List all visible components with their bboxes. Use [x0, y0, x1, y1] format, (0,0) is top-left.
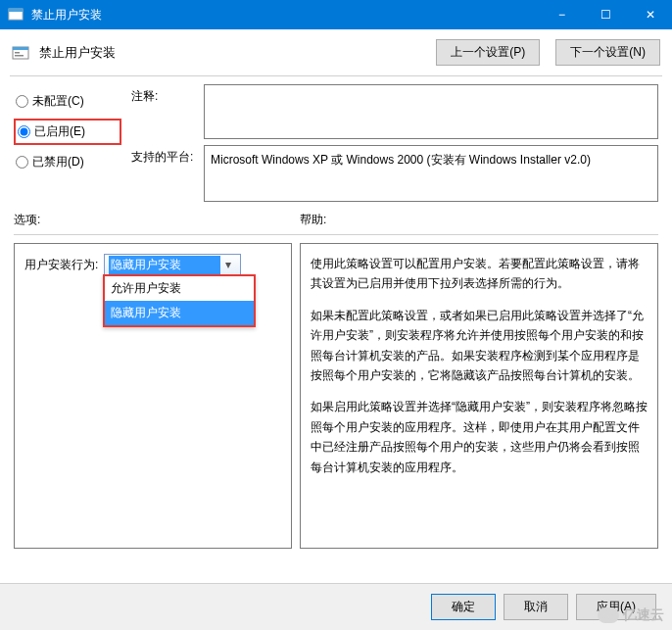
app-icon: [8, 7, 24, 23]
cloud-icon: [598, 607, 619, 623]
policy-icon: [12, 44, 29, 62]
svg-rect-4: [15, 52, 20, 54]
radio-enabled[interactable]: 已启用(E): [14, 119, 121, 145]
help-paragraph: 如果未配置此策略设置，或者如果已启用此策略设置并选择了“允许用户安装”，则安装程…: [311, 306, 648, 386]
window-title: 禁止用户安装: [31, 7, 540, 24]
close-button[interactable]: ✕: [628, 0, 672, 29]
radio-not-configured-label: 未配置(C): [32, 93, 84, 110]
svg-rect-1: [9, 9, 23, 12]
svg-rect-5: [15, 55, 24, 57]
options-panel: 用户安装行为: 隐藏用户安装 ▾ 允许用户安装 隐藏用户安装: [14, 243, 292, 549]
options-section-label: 选项:: [14, 213, 40, 226]
help-paragraph: 使用此策略设置可以配置用户安装。若要配置此策略设置，请将其设置为已启用并使用下拉…: [311, 254, 648, 294]
titlebar: 禁止用户安装 − ☐ ✕: [0, 0, 672, 29]
ok-button[interactable]: 确定: [431, 594, 496, 620]
state-radio-group: 未配置(C) 已启用(E) 已禁用(D): [14, 84, 121, 202]
radio-disabled-input[interactable]: [16, 156, 28, 169]
header-row: 禁止用户安装 上一个设置(P) 下一个设置(N): [0, 29, 672, 72]
chevron-down-icon: ▾: [220, 258, 236, 271]
radio-enabled-input[interactable]: [18, 125, 30, 138]
behavior-label: 用户安装行为:: [24, 257, 98, 273]
help-panel: 使用此策略设置可以配置用户安装。若要配置此策略设置，请将其设置为已启用并使用下拉…: [300, 243, 658, 549]
page-title: 禁止用户安装: [39, 44, 420, 62]
cancel-button[interactable]: 取消: [504, 594, 568, 620]
radio-not-configured-input[interactable]: [16, 95, 28, 108]
behavior-combobox[interactable]: 隐藏用户安装 ▾: [104, 254, 241, 275]
behavior-dropdown: 允许用户安装 隐藏用户安装: [103, 274, 256, 327]
radio-not-configured[interactable]: 未配置(C): [14, 90, 121, 113]
help-section-label: 帮助:: [300, 213, 326, 226]
prev-setting-button[interactable]: 上一个设置(P): [436, 39, 540, 66]
supported-label: 支持的平台:: [131, 145, 198, 202]
radio-enabled-label: 已启用(E): [34, 123, 85, 140]
notes-label: 注释:: [131, 84, 198, 139]
dropdown-option-allow[interactable]: 允许用户安装: [105, 276, 254, 301]
maximize-button[interactable]: ☐: [584, 0, 628, 29]
minimize-button[interactable]: −: [540, 0, 584, 29]
notes-textarea[interactable]: [204, 84, 658, 139]
dropdown-option-hide[interactable]: 隐藏用户安装: [105, 301, 254, 325]
radio-disabled-label: 已禁用(D): [32, 154, 84, 170]
supported-text: Microsoft Windows XP 或 Windows 2000 (安装有…: [204, 145, 658, 202]
radio-disabled[interactable]: 已禁用(D): [14, 151, 121, 173]
svg-rect-3: [13, 47, 28, 50]
help-paragraph: 如果启用此策略设置并选择“隐藏用户安装”，则安装程序将忽略按照每个用户安装的应用…: [311, 397, 648, 477]
next-setting-button[interactable]: 下一个设置(N): [555, 39, 660, 66]
watermark-text: 亿速云: [623, 606, 664, 624]
watermark: 亿速云: [598, 606, 664, 624]
dialog-footer: 确定 取消 应用(A): [0, 583, 672, 630]
behavior-combobox-value: 隐藏用户安装: [109, 256, 220, 274]
